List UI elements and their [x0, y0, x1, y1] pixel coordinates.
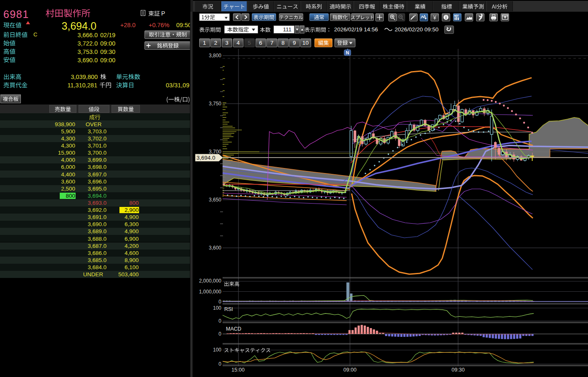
- svg-text:1,000,000: 1,000,000: [199, 289, 222, 295]
- svg-text:100: 100: [213, 347, 221, 353]
- svg-text:15:00: 15:00: [231, 367, 244, 373]
- svg-text:0: 0: [218, 299, 221, 305]
- svg-text:0: 0: [218, 361, 221, 367]
- svg-text:0: 0: [218, 331, 221, 337]
- svg-text:3,650: 3,650: [209, 197, 221, 203]
- svg-text:09:00: 09:00: [343, 367, 356, 373]
- svg-text:RSI: RSI: [224, 306, 233, 312]
- svg-text:N: N: [346, 50, 349, 55]
- svg-text:3,750: 3,750: [209, 101, 221, 107]
- svg-text:09:30: 09:30: [451, 367, 464, 373]
- svg-text:3,600: 3,600: [209, 245, 221, 251]
- svg-text:2,000,000: 2,000,000: [199, 278, 222, 284]
- svg-text:3,700: 3,700: [209, 149, 221, 155]
- svg-text:0: 0: [218, 318, 221, 324]
- svg-text:3,800: 3,800: [209, 53, 221, 59]
- svg-text:3,694.0: 3,694.0: [197, 155, 215, 161]
- svg-text:100: 100: [213, 305, 221, 311]
- svg-text:MACD: MACD: [226, 326, 241, 332]
